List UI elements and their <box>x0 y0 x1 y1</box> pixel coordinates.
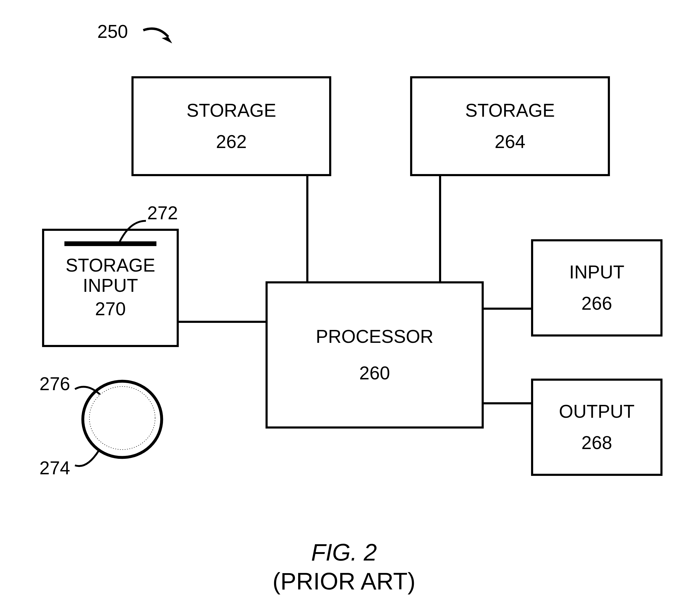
output-box: OUTPUT 268 <box>531 379 663 476</box>
storage-264-box: STORAGE 264 <box>410 76 610 176</box>
storage-262-label: STORAGE <box>186 101 276 121</box>
input-box: INPUT 266 <box>531 239 663 336</box>
diagram-canvas: 250 STORAGE 262 STORAGE 264 PROCESSOR 26… <box>0 0 688 616</box>
output-num: 268 <box>581 432 612 453</box>
leader-line-272 <box>114 218 149 244</box>
connector-processor-268 <box>484 402 531 404</box>
output-label: OUTPUT <box>559 401 635 422</box>
leader-line-274 <box>74 447 105 470</box>
connector-262-processor <box>306 176 308 281</box>
storage-input-box: STORAGE INPUT 270 <box>42 229 179 347</box>
connector-270-processor <box>179 321 266 323</box>
processor-num: 260 <box>359 362 390 383</box>
figure-ref-label: 250 <box>97 21 128 42</box>
connector-264-processor <box>439 176 441 281</box>
connector-processor-266 <box>484 308 531 310</box>
processor-box: PROCESSOR 260 <box>266 281 484 428</box>
figure-subtitle: (PRIOR ART) <box>0 568 688 595</box>
slot-ref-label: 272 <box>147 202 178 223</box>
storage-input-label: STORAGE INPUT <box>65 255 155 296</box>
storage-262-num: 262 <box>216 131 247 152</box>
disc-outer-ref-label: 274 <box>40 458 70 479</box>
input-num: 266 <box>581 293 612 314</box>
disc-inner-ref-label: 276 <box>40 373 70 394</box>
storage-264-label: STORAGE <box>465 101 555 121</box>
arrow-icon <box>142 24 179 47</box>
storage-262-box: STORAGE 262 <box>131 76 331 176</box>
leader-line-276 <box>74 381 103 402</box>
processor-label: PROCESSOR <box>316 327 433 347</box>
svg-marker-0 <box>162 37 172 43</box>
storage-264-num: 264 <box>495 131 526 152</box>
input-label: INPUT <box>569 262 624 282</box>
storage-input-num: 270 <box>95 299 126 320</box>
figure-title: FIG. 2 <box>0 539 688 566</box>
